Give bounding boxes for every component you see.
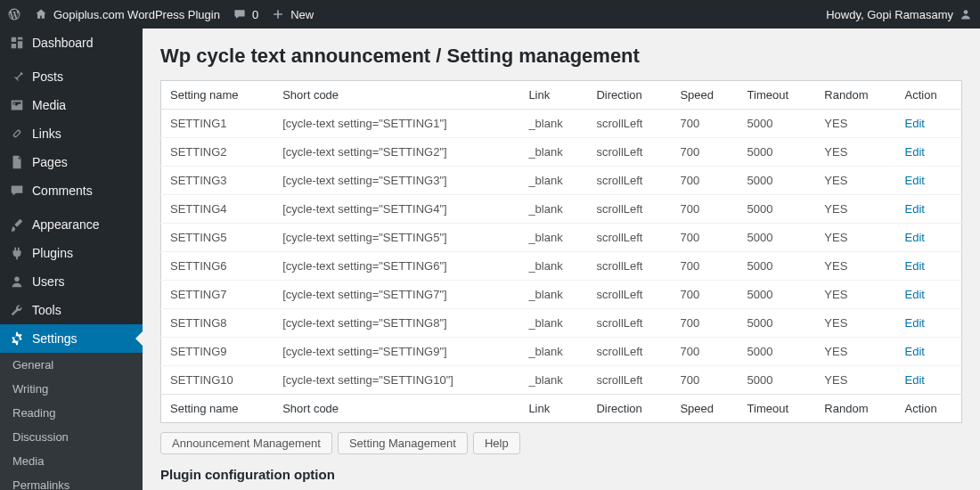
submenu-item-general[interactable]: General <box>0 353 143 377</box>
sidebar-item-plugins[interactable]: Plugins <box>0 239 143 267</box>
sidebar-item-settings[interactable]: Settings <box>0 324 143 353</box>
sidebar-item-pages[interactable]: Pages <box>0 148 143 176</box>
user-greeting[interactable]: Howdy, Gopi Ramasamy <box>826 7 973 21</box>
media-icon <box>9 97 25 113</box>
sidebar-item-label: Links <box>32 127 61 141</box>
page-title: Wp cycle text announcement / Setting man… <box>160 45 962 68</box>
config-title: Plugin configuration option <box>160 467 962 482</box>
table-row: SETTING9[cycle-text setting="SETTING9"]_… <box>161 338 962 366</box>
user-icon <box>9 274 25 290</box>
sidebar-item-tools[interactable]: Tools <box>0 296 143 324</box>
sidebar-item-comments[interactable]: Comments <box>0 176 143 205</box>
edit-link[interactable]: Edit <box>905 316 925 330</box>
brush-icon <box>9 216 25 233</box>
sidebar-item-label: Settings <box>32 331 78 346</box>
table-row: SETTING10[cycle-text setting="SETTING10"… <box>161 366 962 395</box>
col-action: Action <box>896 395 962 423</box>
sidebar-item-media[interactable]: Media <box>0 91 143 119</box>
submenu-item-reading[interactable]: Reading <box>0 401 143 425</box>
sidebar-item-dashboard[interactable]: Dashboard <box>0 29 143 57</box>
sidebar-item-label: Users <box>32 274 65 289</box>
col-direction: Direction <box>587 81 671 110</box>
edit-link[interactable]: Edit <box>905 373 925 387</box>
table-row: SETTING1[cycle-text setting="SETTING1"]_… <box>161 110 962 138</box>
col-setting-name: Setting name <box>161 81 274 110</box>
submenu-item-discussion[interactable]: Discussion <box>0 425 143 449</box>
sidebar-item-posts[interactable]: Posts <box>0 62 143 91</box>
table-row: SETTING6[cycle-text setting="SETTING6"]_… <box>161 252 962 281</box>
edit-link[interactable]: Edit <box>905 345 925 358</box>
comment-icon <box>233 7 247 21</box>
site-home[interactable]: Gopiplus.com WordPress Plugin <box>34 7 220 21</box>
dashboard-icon <box>9 35 25 51</box>
setting-management-button[interactable]: Setting Management <box>338 432 468 454</box>
sidebar-item-label: Media <box>32 98 66 112</box>
sidebar-item-label: Comments <box>32 184 93 198</box>
sidebar-item-appearance[interactable]: Appearance <box>0 210 143 239</box>
sidebar-item-label: Dashboard <box>32 36 94 50</box>
gear-icon <box>9 331 25 347</box>
sidebar-item-label: Tools <box>32 303 61 317</box>
table-row: SETTING5[cycle-text setting="SETTING5"]_… <box>161 224 962 252</box>
submenu-item-media[interactable]: Media <box>0 449 143 473</box>
edit-link[interactable]: Edit <box>905 174 925 187</box>
edit-link[interactable]: Edit <box>905 231 925 244</box>
page-icon <box>9 154 25 170</box>
sidebar-item-label: Pages <box>32 155 68 169</box>
sidebar-item-users[interactable]: Users <box>0 267 143 296</box>
announcement-management-button[interactable]: Announcement Management <box>160 432 332 454</box>
main-content: Wp cycle text announcement / Setting man… <box>143 29 980 490</box>
submenu-item-writing[interactable]: Writing <box>0 377 143 401</box>
comments-count[interactable]: 0 <box>233 7 258 21</box>
user-avatar-icon <box>959 7 973 21</box>
admin-bar: Gopiplus.com WordPress Plugin 0 New Howd… <box>0 0 980 29</box>
pin-icon <box>9 69 25 85</box>
table-row: SETTING2[cycle-text setting="SETTING2"]_… <box>161 138 962 167</box>
col-setting-name: Setting name <box>161 395 274 423</box>
plug-icon <box>9 245 25 261</box>
table-row: SETTING4[cycle-text setting="SETTING4"]_… <box>161 195 962 224</box>
wp-logo[interactable] <box>7 7 21 21</box>
col-speed: Speed <box>671 81 738 110</box>
table-row: SETTING3[cycle-text setting="SETTING3"]_… <box>161 167 962 195</box>
sidebar-item-label: Plugins <box>32 246 73 260</box>
sidebar-item-label: Posts <box>32 69 63 84</box>
col-action: Action <box>896 81 962 110</box>
col-random: Random <box>815 395 895 423</box>
admin-sidebar: DashboardPostsMediaLinksPagesCommentsApp… <box>0 29 143 490</box>
submenu-item-permalinks[interactable]: Permalinks <box>0 473 143 490</box>
table-row: SETTING7[cycle-text setting="SETTING7"]_… <box>161 281 962 309</box>
table-row: SETTING8[cycle-text setting="SETTING8"]_… <box>161 309 962 338</box>
settings-table: Setting nameShort codeLinkDirectionSpeed… <box>160 80 962 423</box>
link-icon <box>9 126 25 142</box>
col-speed: Speed <box>671 395 738 423</box>
wrench-icon <box>9 302 25 318</box>
edit-link[interactable]: Edit <box>905 117 925 130</box>
home-icon <box>34 7 48 21</box>
col-link: Link <box>519 81 587 110</box>
col-direction: Direction <box>587 395 671 423</box>
col-timeout: Timeout <box>739 395 816 423</box>
sidebar-item-label: Appearance <box>32 217 100 232</box>
edit-link[interactable]: Edit <box>905 288 925 301</box>
col-short-code: Short code <box>274 395 519 423</box>
col-random: Random <box>815 81 895 110</box>
comment-icon <box>9 183 25 199</box>
plus-icon <box>271 7 285 21</box>
col-short-code: Short code <box>274 81 519 110</box>
help-button[interactable]: Help <box>473 432 520 454</box>
edit-link[interactable]: Edit <box>905 259 925 273</box>
edit-link[interactable]: Edit <box>905 145 925 159</box>
col-link: Link <box>519 395 587 423</box>
sidebar-item-links[interactable]: Links <box>0 119 143 148</box>
action-buttons: Announcement Management Setting Manageme… <box>160 432 962 454</box>
site-title: Gopiplus.com WordPress Plugin <box>53 8 220 21</box>
edit-link[interactable]: Edit <box>905 202 925 216</box>
col-timeout: Timeout <box>739 81 816 110</box>
new-content[interactable]: New <box>271 7 314 21</box>
